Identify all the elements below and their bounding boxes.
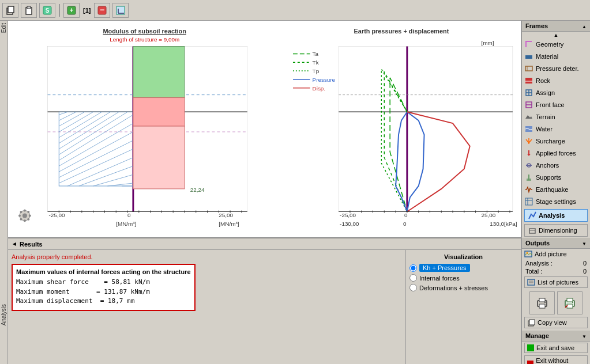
results-title: Results (20, 241, 43, 248)
results-box: Maximum values of internal forces acting… (12, 264, 196, 311)
viz-internal-label: Internal forces (419, 275, 460, 282)
stage-minus-btn[interactable]: − (94, 3, 110, 18)
assign-label: Assign (536, 89, 555, 96)
svg-rect-3 (27, 6, 31, 9)
frames-item-rock[interactable]: Rock (522, 75, 590, 87)
disp-label: Maximum displacement (16, 297, 92, 305)
frames-item-material[interactable]: Material (522, 51, 590, 63)
viz-deform-label: Deformations + stresses (419, 285, 488, 291)
right-x-zero: 0 (404, 212, 408, 218)
frames-item-terrain[interactable]: Terrain (522, 111, 590, 123)
exit-save-btn[interactable]: Exit and save (524, 343, 588, 353)
viz-radio-kh[interactable] (409, 264, 417, 272)
analysis-mode-btn[interactable]: Analysis (524, 209, 588, 222)
terrain-label: Terrain (536, 113, 555, 120)
chart-value-label: 22,24 (190, 187, 205, 193)
svg-rect-94 (525, 66, 532, 71)
stage-label: Stage settings (536, 198, 576, 205)
add-picture-btn[interactable]: Add picture (522, 249, 590, 259)
viz-radio-internal[interactable] (409, 274, 417, 282)
frames-collapse-btn[interactable] (582, 22, 587, 29)
outputs-collapse-btn[interactable] (582, 240, 587, 247)
frontface-icon (524, 100, 533, 109)
svg-rect-130 (529, 320, 535, 325)
frames-item-water[interactable]: Water (522, 123, 590, 135)
results-content: Analysis properly completed. Maximum val… (8, 250, 521, 364)
frames-item-stage[interactable]: Stage settings (522, 196, 590, 208)
rock-icon (524, 76, 533, 85)
manage-collapse-btn[interactable] (582, 332, 587, 339)
applied-icon (524, 149, 533, 158)
svg-rect-48 (133, 98, 185, 126)
geometry-icon (524, 40, 533, 49)
frames-item-surcharge[interactable]: Surcharge (522, 135, 590, 147)
svg-rect-122 (539, 304, 545, 308)
dimensioning-mode-label: Dimensioning (539, 227, 577, 234)
exit-save-label: Exit and save (536, 344, 574, 351)
results-panel: ◂ Results Analysis properly completed. M… (8, 237, 521, 364)
viz-radio-deform[interactable] (409, 284, 417, 291)
toolbar-chart-btn[interactable] (112, 3, 129, 18)
left-chart-title: Modulus of subsoil reaction (103, 28, 186, 35)
list-pictures-btn[interactable]: List of pictures (524, 276, 588, 288)
main-area: Edit Modulus of s (0, 21, 590, 364)
dimensioning-mode-btn[interactable]: Dimensioning (524, 224, 588, 237)
surcharge-label: Surcharge (536, 138, 565, 145)
right-x-pos: 25,00 (481, 212, 495, 218)
svg-rect-93 (525, 55, 532, 59)
toolbar-copy-btn[interactable] (2, 3, 18, 18)
result-row-moment: Maximum moment = 131,87 kNm/m (16, 287, 191, 297)
svg-point-22 (27, 211, 29, 213)
anchors-icon (524, 161, 533, 170)
outputs-title: Outputs (525, 240, 550, 247)
frames-item-assign[interactable]: Assign (522, 87, 590, 99)
stage-plus-btn[interactable]: + (63, 3, 80, 18)
viz-option-deform[interactable]: Deformations + stresses (409, 284, 517, 291)
svg-point-128 (572, 302, 573, 303)
list-pictures-label: List of pictures (538, 279, 578, 286)
svg-rect-1 (8, 6, 14, 13)
exit-nosave-btn[interactable]: Exit without saving (524, 355, 588, 364)
print-preview-btn[interactable] (557, 291, 583, 314)
frames-item-geometry[interactable]: Geometry (522, 39, 590, 51)
left-y-label: [MN/m³] (116, 221, 136, 227)
right-bottom-zero: 0 (403, 221, 407, 227)
total-count-row: Total : 0 (522, 267, 590, 275)
frames-item-frontface[interactable]: Front face (522, 99, 590, 111)
charts-svg: Modulus of subsoil reaction Length of st… (8, 21, 521, 237)
earthquake-label: Earthquake (536, 186, 568, 193)
print-preview-icon (563, 296, 577, 310)
geometry-label: Geometry (536, 41, 563, 48)
analysis-count-value: 0 (583, 260, 587, 267)
earthquake-icon (524, 185, 533, 194)
svg-point-16 (24, 219, 26, 222)
svg-rect-49 (133, 126, 185, 189)
frames-item-applied[interactable]: Applied forces (522, 147, 590, 160)
copy-view-btn[interactable]: Copy view (524, 317, 588, 328)
svg-point-17 (18, 214, 21, 217)
shear-value: = 58,81 kN/m (92, 278, 149, 286)
manage-title: Manage (525, 332, 549, 339)
frames-item-supports[interactable]: Supports (522, 172, 590, 184)
svg-rect-114 (529, 229, 535, 233)
frames-item-anchors[interactable]: Anchors (522, 160, 590, 172)
results-collapse-btn[interactable]: ◂ (13, 240, 16, 248)
print-btn[interactable] (529, 291, 555, 314)
viz-option-kh[interactable]: Kh + Pressures (409, 264, 517, 272)
copy-view-label: Copy view (538, 319, 567, 326)
viz-option-internal[interactable]: Internal forces (409, 274, 517, 282)
applied-label: Applied forces (536, 150, 576, 157)
left-tab-label: Edit (1, 23, 7, 33)
frames-expand-arrow[interactable]: ▲ (522, 32, 590, 39)
exit-save-icon (527, 344, 534, 351)
exit-nosave-label: Exit without saving (536, 357, 585, 364)
toolbar-paste-btn[interactable] (21, 3, 37, 18)
list-pictures-icon (527, 278, 535, 286)
toolbar-undo-btn[interactable]: S (39, 3, 55, 18)
rock-label: Rock (536, 77, 550, 84)
manage-section-header: Manage (522, 331, 590, 342)
frames-item-earthquake[interactable]: Earthquake (522, 184, 590, 196)
frames-item-pressure[interactable]: Pressure deter. (522, 63, 590, 75)
analysis-side-tab[interactable]: Analysis (0, 272, 8, 364)
visualization-panel: Visualization Kh + Pressures Internal fo… (405, 250, 521, 364)
